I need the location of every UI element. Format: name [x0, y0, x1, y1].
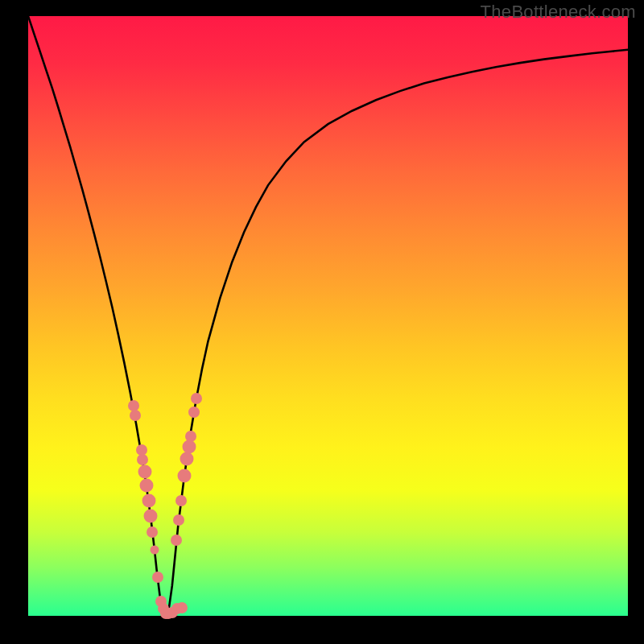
data-marker — [137, 454, 148, 465]
data-marker — [191, 393, 202, 404]
data-marker — [188, 407, 200, 418]
data-marker — [185, 431, 196, 442]
data-marker — [175, 495, 187, 506]
data-marker — [143, 510, 157, 523]
data-marker — [182, 440, 196, 453]
data-marker — [173, 514, 184, 526]
data-marker — [152, 572, 163, 583]
data-marker — [171, 535, 182, 546]
data-marker — [176, 602, 188, 613]
data-marker — [139, 478, 153, 492]
data-marker — [178, 469, 192, 482]
chart-stage: TheBottleneck.com — [0, 0, 644, 644]
data-marker — [151, 546, 159, 555]
data-marker — [180, 452, 194, 465]
data-marker — [142, 493, 155, 507]
data-marker — [147, 526, 158, 538]
data-marker — [130, 410, 141, 421]
marker-layer — [28, 16, 628, 616]
data-marker — [138, 465, 151, 479]
